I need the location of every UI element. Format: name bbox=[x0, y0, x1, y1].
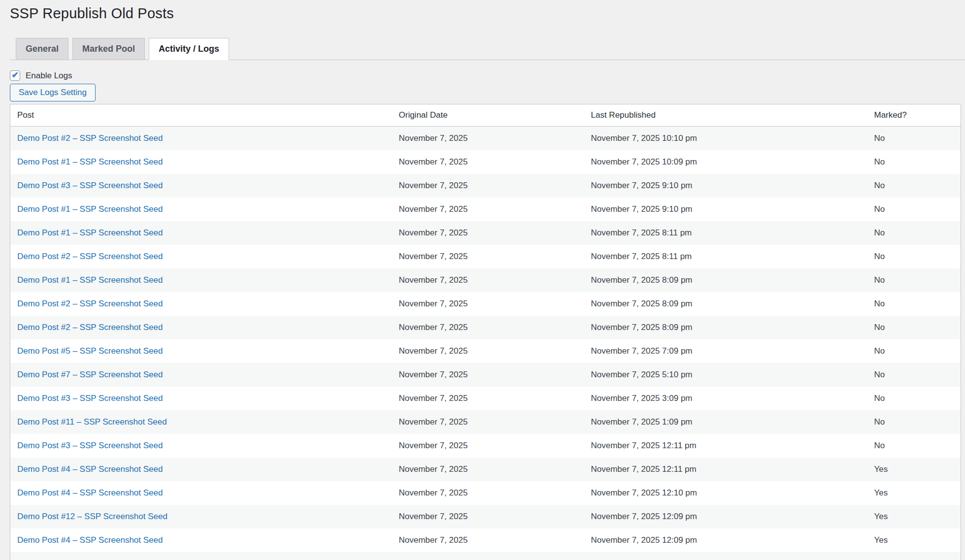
activity-logs-table: Post Original Date Last Republished Mark… bbox=[10, 104, 961, 560]
post-link[interactable]: Demo Post #12 – SSP Screenshot Seed bbox=[17, 512, 167, 521]
table-row: Demo Post #4 – SSP Screenshot SeedNovemb… bbox=[10, 481, 961, 505]
marked-cell: No bbox=[867, 221, 961, 245]
last-republished-cell: November 7, 2025 12:09 pm bbox=[584, 552, 867, 560]
post-cell: Demo Post #4 – SSP Screenshot Seed bbox=[10, 481, 392, 505]
table-row: Demo Post #3 – SSP Screenshot SeedNovemb… bbox=[10, 387, 961, 410]
post-cell: Demo Post #1 – SSP Screenshot Seed bbox=[10, 150, 392, 174]
original-date-cell: November 7, 2025 bbox=[392, 387, 584, 410]
table-row: Demo Post #12 – SSP Screenshot SeedNovem… bbox=[10, 505, 961, 528]
last-republished-cell: November 7, 2025 10:09 pm bbox=[584, 150, 867, 174]
tab-marked-pool[interactable]: Marked Pool bbox=[72, 38, 145, 60]
post-link[interactable]: Demo Post #5 – SSP Screenshot Seed bbox=[17, 346, 163, 356]
post-link[interactable]: Demo Post #2 – SSP Screenshot Seed bbox=[17, 299, 163, 308]
marked-cell: Yes bbox=[867, 528, 961, 552]
marked-cell: No bbox=[867, 292, 961, 316]
table-row: Demo Post #3 – SSP Screenshot SeedNovemb… bbox=[10, 434, 961, 458]
post-cell: Demo Post #3 – SSP Screenshot Seed bbox=[10, 174, 392, 198]
last-republished-cell: November 7, 2025 12:11 pm bbox=[584, 434, 867, 458]
table-row: Demo Post #2 – SSP Screenshot SeedNovemb… bbox=[10, 316, 961, 339]
post-link[interactable]: Demo Post #2 – SSP Screenshot Seed bbox=[17, 133, 163, 143]
post-cell: Demo Post #1 – SSP Screenshot Seed bbox=[10, 268, 392, 292]
table-row: Demo Post #1 – SSP Screenshot SeedNovemb… bbox=[10, 268, 961, 292]
original-date-cell: November 7, 2025 bbox=[392, 552, 584, 560]
marked-cell: No bbox=[867, 552, 961, 560]
original-date-cell: November 7, 2025 bbox=[392, 339, 584, 363]
last-republished-cell: November 7, 2025 9:10 pm bbox=[584, 174, 867, 198]
post-cell: Demo Post #6 – SSP Screenshot Seed bbox=[10, 552, 392, 560]
tab-general[interactable]: General bbox=[16, 38, 68, 60]
post-cell: Demo Post #1 – SSP Screenshot Seed bbox=[10, 221, 392, 245]
original-date-cell: November 7, 2025 bbox=[392, 150, 584, 174]
post-link[interactable]: Demo Post #1 – SSP Screenshot Seed bbox=[17, 228, 163, 237]
original-date-cell: November 7, 2025 bbox=[392, 292, 584, 316]
post-cell: Demo Post #2 – SSP Screenshot Seed bbox=[10, 127, 392, 150]
post-link[interactable]: Demo Post #2 – SSP Screenshot Seed bbox=[17, 323, 163, 332]
post-cell: Demo Post #2 – SSP Screenshot Seed bbox=[10, 316, 392, 339]
table-row: Demo Post #1 – SSP Screenshot SeedNovemb… bbox=[10, 198, 961, 221]
original-date-cell: November 7, 2025 bbox=[392, 198, 584, 221]
post-cell: Demo Post #7 – SSP Screenshot Seed bbox=[10, 363, 392, 387]
original-date-cell: November 7, 2025 bbox=[392, 174, 584, 198]
marked-cell: No bbox=[867, 150, 961, 174]
marked-cell: No bbox=[867, 316, 961, 339]
last-republished-cell: November 7, 2025 12:10 pm bbox=[584, 481, 867, 505]
save-logs-setting-button[interactable]: Save Logs Setting bbox=[10, 84, 96, 101]
table-header-row: Post Original Date Last Republished Mark… bbox=[10, 104, 961, 127]
table-row: Demo Post #6 – SSP Screenshot SeedNovemb… bbox=[10, 552, 961, 560]
marked-cell: No bbox=[867, 245, 961, 268]
marked-cell: Yes bbox=[867, 505, 961, 528]
marked-cell: No bbox=[867, 434, 961, 458]
original-date-cell: November 7, 2025 bbox=[392, 316, 584, 339]
last-republished-cell: November 7, 2025 12:09 pm bbox=[584, 505, 867, 528]
original-date-cell: November 7, 2025 bbox=[392, 127, 584, 150]
original-date-cell: November 7, 2025 bbox=[392, 410, 584, 434]
post-link[interactable]: Demo Post #1 – SSP Screenshot Seed bbox=[17, 275, 163, 285]
post-link[interactable]: Demo Post #4 – SSP Screenshot Seed bbox=[17, 535, 163, 545]
last-republished-cell: November 7, 2025 5:10 pm bbox=[584, 363, 867, 387]
table-row: Demo Post #4 – SSP Screenshot SeedNovemb… bbox=[10, 458, 961, 481]
marked-cell: Yes bbox=[867, 481, 961, 505]
post-link[interactable]: Demo Post #3 – SSP Screenshot Seed bbox=[17, 394, 163, 403]
last-republished-cell: November 7, 2025 9:10 pm bbox=[584, 198, 867, 221]
post-link[interactable]: Demo Post #3 – SSP Screenshot Seed bbox=[17, 441, 163, 450]
table-row: Demo Post #2 – SSP Screenshot SeedNovemb… bbox=[10, 245, 961, 268]
original-date-cell: November 7, 2025 bbox=[392, 245, 584, 268]
marked-cell: No bbox=[867, 174, 961, 198]
post-cell: Demo Post #1 – SSP Screenshot Seed bbox=[10, 198, 392, 221]
original-date-cell: November 7, 2025 bbox=[392, 434, 584, 458]
marked-cell: No bbox=[867, 363, 961, 387]
post-cell: Demo Post #5 – SSP Screenshot Seed bbox=[10, 339, 392, 363]
marked-cell: No bbox=[867, 127, 961, 150]
post-link[interactable]: Demo Post #4 – SSP Screenshot Seed bbox=[17, 488, 163, 497]
marked-cell: No bbox=[867, 268, 961, 292]
table-row: Demo Post #11 – SSP Screenshot SeedNovem… bbox=[10, 410, 961, 434]
tab-activity-logs[interactable]: Activity / Logs bbox=[149, 38, 229, 60]
table-row: Demo Post #1 – SSP Screenshot SeedNovemb… bbox=[10, 150, 961, 174]
post-link[interactable]: Demo Post #4 – SSP Screenshot Seed bbox=[17, 464, 163, 474]
last-republished-cell: November 7, 2025 1:09 pm bbox=[584, 410, 867, 434]
post-cell: Demo Post #12 – SSP Screenshot Seed bbox=[10, 505, 392, 528]
marked-cell: No bbox=[867, 198, 961, 221]
marked-cell: No bbox=[867, 387, 961, 410]
post-link[interactable]: Demo Post #2 – SSP Screenshot Seed bbox=[17, 252, 163, 261]
enable-logs-label: Enable Logs bbox=[26, 71, 72, 81]
original-date-cell: November 7, 2025 bbox=[392, 221, 584, 245]
post-cell: Demo Post #4 – SSP Screenshot Seed bbox=[10, 528, 392, 552]
post-link[interactable]: Demo Post #7 – SSP Screenshot Seed bbox=[17, 370, 163, 379]
last-republished-cell: November 7, 2025 8:09 pm bbox=[584, 316, 867, 339]
post-link[interactable]: Demo Post #1 – SSP Screenshot Seed bbox=[17, 157, 163, 166]
enable-logs-checkbox[interactable]: ✔ bbox=[10, 70, 20, 81]
table-row: Demo Post #4 – SSP Screenshot SeedNovemb… bbox=[10, 528, 961, 552]
page-title: SSP Republish Old Posts bbox=[10, 0, 965, 23]
post-link[interactable]: Demo Post #3 – SSP Screenshot Seed bbox=[17, 181, 163, 190]
column-header-post: Post bbox=[10, 104, 392, 127]
table-row: Demo Post #5 – SSP Screenshot SeedNovemb… bbox=[10, 339, 961, 363]
post-link[interactable]: Demo Post #1 – SSP Screenshot Seed bbox=[17, 204, 163, 214]
post-link[interactable]: Demo Post #11 – SSP Screenshot Seed bbox=[17, 417, 167, 427]
post-cell: Demo Post #3 – SSP Screenshot Seed bbox=[10, 387, 392, 410]
tab-bar: General Marked Pool Activity / Logs bbox=[10, 38, 965, 60]
original-date-cell: November 7, 2025 bbox=[392, 505, 584, 528]
enable-logs-toggle[interactable]: ✔ Enable Logs bbox=[10, 70, 72, 81]
column-header-last-republished: Last Republished bbox=[584, 104, 867, 127]
marked-cell: No bbox=[867, 410, 961, 434]
